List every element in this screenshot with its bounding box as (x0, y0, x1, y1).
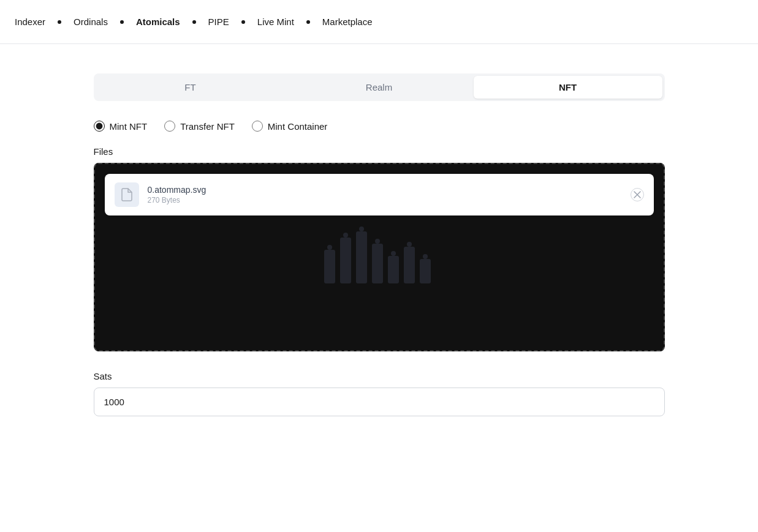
files-label: Files (94, 146, 665, 157)
svg-rect-6 (420, 259, 431, 283)
dropzone-watermark (318, 219, 441, 295)
nav-dot-2 (120, 20, 124, 24)
radio-mint-container-label: Mint Container (268, 121, 328, 132)
svg-rect-2 (356, 231, 367, 283)
tab-nft[interactable]: NFT (474, 76, 662, 99)
svg-point-12 (407, 242, 412, 247)
radio-label-mint-container[interactable]: Mint Container (252, 121, 328, 132)
file-info: 0.atommap.svg 270 Bytes (148, 185, 622, 204)
nav-item-marketplace[interactable]: Marketplace (322, 17, 373, 27)
radio-transfer-nft-label: Transfer NFT (180, 121, 235, 132)
sats-input[interactable] (94, 388, 665, 416)
main-nav: Indexer Ordinals Atomicals PIPE Live Min… (0, 0, 758, 44)
nav-item-indexer[interactable]: Indexer (15, 17, 45, 27)
svg-rect-4 (388, 256, 399, 283)
radio-mint-container[interactable] (252, 121, 263, 132)
nav-dot-3 (192, 20, 196, 24)
svg-rect-0 (324, 250, 335, 283)
svg-rect-1 (340, 238, 351, 283)
file-thumbnail (115, 182, 139, 207)
close-icon (634, 191, 641, 198)
svg-point-7 (327, 245, 332, 250)
sats-label: Sats (94, 371, 665, 381)
svg-rect-5 (404, 247, 415, 283)
file-size: 270 Bytes (148, 196, 622, 204)
radio-label-mint-nft[interactable]: Mint NFT (94, 121, 148, 132)
radio-mint-nft-label: Mint NFT (110, 121, 148, 132)
radio-mint-nft[interactable] (94, 121, 105, 132)
radio-group-nft-actions: Mint NFT Transfer NFT Mint Container (94, 121, 665, 132)
nav-item-live-mint[interactable]: Live Mint (257, 17, 294, 27)
file-icon (119, 187, 134, 202)
nav-item-atomicals[interactable]: Atomicals (136, 17, 180, 27)
files-section: Files (94, 146, 665, 351)
nav-dot-4 (241, 20, 245, 24)
tab-realm[interactable]: Realm (285, 76, 474, 99)
file-dropzone[interactable]: 0.atommap.svg 270 Bytes (94, 163, 665, 351)
svg-point-10 (375, 239, 380, 244)
svg-point-8 (343, 233, 348, 238)
file-name: 0.atommap.svg (148, 185, 622, 195)
nav-dot-5 (306, 20, 310, 24)
nav-item-ordinals[interactable]: Ordinals (74, 17, 108, 27)
sats-section: Sats (94, 371, 665, 416)
svg-point-11 (391, 251, 396, 256)
nav-dot-1 (58, 20, 61, 24)
svg-point-13 (423, 254, 428, 259)
svg-rect-3 (372, 244, 383, 283)
file-remove-button[interactable] (631, 188, 644, 201)
radio-transfer-nft[interactable] (164, 121, 175, 132)
radio-label-transfer-nft[interactable]: Transfer NFT (164, 121, 235, 132)
tab-ft[interactable]: FT (96, 76, 285, 99)
file-item: 0.atommap.svg 270 Bytes (105, 174, 654, 215)
main-content: FT Realm NFT Mint NFT Transfer NFT Mint … (79, 44, 680, 441)
svg-point-9 (359, 227, 364, 231)
nav-item-pipe[interactable]: PIPE (208, 17, 229, 27)
tab-group: FT Realm NFT (94, 73, 665, 101)
